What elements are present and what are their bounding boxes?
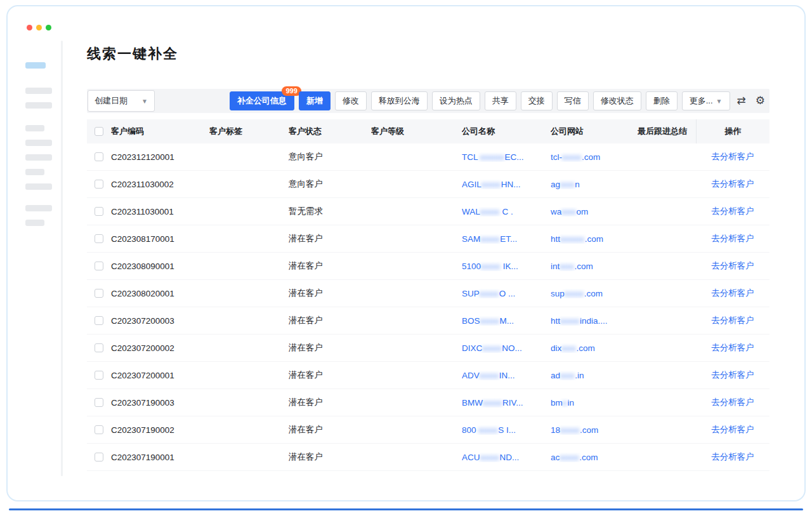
company-name-link[interactable]: TCL xxxxxEC... — [462, 152, 551, 162]
sidebar-placeholder — [25, 220, 44, 226]
column-header-actions: 操作 — [696, 119, 769, 143]
company-website-link[interactable]: acxxxx.com — [551, 453, 638, 462]
customer-code: C202307200001 — [111, 371, 209, 380]
table-row: C202312120001 意向客户 TCL xxxxxEC... tcl-xx… — [87, 143, 769, 171]
company-website-link[interactable]: bmxin — [551, 398, 638, 408]
row-checkbox[interactable] — [95, 234, 103, 243]
company-name-link[interactable]: SUPxxxxO ... — [462, 289, 551, 298]
analyze-customer-link[interactable]: 去分析客户 — [711, 452, 754, 461]
date-filter-dropdown[interactable]: 创建日期 ▼ — [88, 90, 155, 112]
row-checkbox[interactable] — [95, 152, 103, 161]
analyze-customer-link[interactable]: 去分析客户 — [711, 234, 754, 243]
customer-code: C202307200002 — [111, 343, 209, 353]
maximize-window-icon[interactable] — [46, 25, 51, 30]
customer-status: 潜在客户 — [289, 451, 371, 463]
company-website-link[interactable]: intxxx.com — [551, 262, 638, 271]
analyze-customer-link[interactable]: 去分析客户 — [711, 152, 754, 161]
chevron-down-icon: ▼ — [141, 98, 148, 105]
add-new-button[interactable]: 新增 — [299, 91, 331, 110]
company-name-link[interactable]: DIXCxxxxNO... — [462, 343, 551, 353]
company-website-link[interactable]: 18xxxx.com — [551, 425, 638, 435]
sync-button[interactable]: ⇄ — [735, 91, 749, 110]
column-header-followup-summary: 最后跟进总结 — [638, 126, 696, 137]
customer-status: 潜在客户 — [289, 260, 371, 272]
customer-status: 潜在客户 — [289, 288, 371, 299]
company-website-link[interactable]: httxxxxindia.... — [551, 316, 638, 326]
table-row: C202311030002 意向客户 AGILxxxxHN... agxxxn … — [87, 171, 769, 198]
customer-code: C202312120001 — [111, 152, 209, 162]
chevron-down-icon: ▼ — [716, 98, 723, 105]
toolbar-button[interactable]: 交接 — [521, 91, 553, 110]
company-name-link[interactable]: WALxxxx C . — [462, 207, 551, 216]
bottom-accent-bar — [9, 508, 803, 510]
select-all-checkbox[interactable] — [95, 127, 103, 136]
sidebar-placeholder — [25, 88, 52, 94]
toolbar-button[interactable]: 设为热点 — [432, 91, 480, 110]
table-row: C202308090001 潜在客户 5100xxxx IK... intxxx… — [87, 253, 769, 280]
toolbar-button[interactable]: 修改 — [335, 91, 367, 110]
row-checkbox[interactable] — [95, 180, 103, 189]
row-checkbox[interactable] — [95, 371, 103, 380]
company-name-link[interactable]: 800 xxxxS I... — [462, 425, 551, 435]
analyze-customer-link[interactable]: 去分析客户 — [711, 315, 754, 325]
row-checkbox[interactable] — [95, 262, 103, 270]
toolbar-button[interactable]: 共享 — [485, 91, 516, 110]
company-website-link[interactable]: adxxx.in — [551, 371, 638, 380]
analyze-customer-link[interactable]: 去分析客户 — [711, 288, 754, 298]
customer-status: 暂无需求 — [289, 206, 371, 217]
analyze-customer-link[interactable]: 去分析客户 — [711, 206, 754, 216]
company-name-link[interactable]: SAMxxxxET... — [462, 234, 551, 244]
company-website-link[interactable]: tcl-xxxx.com — [551, 152, 638, 162]
company-name-link[interactable]: BOSxxxxM... — [462, 316, 551, 326]
row-checkbox[interactable] — [95, 289, 103, 298]
company-website-link[interactable]: supxxxx.com — [551, 289, 638, 298]
customer-status: 潜在客户 — [289, 342, 371, 354]
toolbar-button[interactable]: 删除 — [646, 91, 678, 110]
analyze-customer-link[interactable]: 去分析客户 — [711, 370, 754, 380]
sync-icon: ⇄ — [737, 95, 746, 107]
row-checkbox[interactable] — [95, 425, 103, 434]
table-body: C202312120001 意向客户 TCL xxxxxEC... tcl-xx… — [87, 143, 769, 471]
analyze-customer-link[interactable]: 去分析客户 — [711, 261, 754, 270]
company-name-link[interactable]: ACUxxxxND... — [462, 453, 551, 462]
sidebar-skeleton — [25, 62, 56, 226]
company-name-link[interactable]: ADVxxxxIN... — [462, 371, 551, 380]
table-row: C202307190003 潜在客户 BMWxxxxRIV... bmxin 去… — [87, 389, 769, 416]
row-checkbox[interactable] — [95, 398, 103, 407]
company-name-link[interactable]: BMWxxxxRIV... — [462, 398, 551, 408]
company-website-link[interactable]: httxxxxx.com — [551, 234, 638, 244]
sidebar-divider — [61, 41, 63, 476]
company-website-link[interactable]: agxxxn — [551, 180, 638, 189]
row-checkbox[interactable] — [95, 207, 103, 216]
customer-status: 潜在客户 — [289, 233, 371, 244]
customer-status: 意向客户 — [289, 178, 371, 190]
customer-status: 潜在客户 — [289, 424, 371, 435]
sidebar-placeholder — [25, 205, 52, 211]
company-name-link[interactable]: 5100xxxx IK... — [462, 262, 551, 271]
analyze-customer-link[interactable]: 去分析客户 — [711, 343, 754, 352]
column-header-customer-level: 客户等级 — [371, 126, 462, 137]
more-button[interactable]: 更多...▼ — [682, 91, 730, 110]
toolbar-button-group: 补全公司信息999新增修改释放到公海设为热点共享交接写信修改状态删除更多...▼… — [230, 91, 769, 110]
column-header-customer-status: 客户状态 — [289, 126, 371, 137]
gear-button[interactable]: ⚙ — [753, 91, 768, 110]
analyze-customer-link[interactable]: 去分析客户 — [711, 425, 754, 434]
toolbar-button[interactable]: 释放到公海 — [371, 91, 428, 110]
table-header: 客户编码 客户标签 客户状态 客户等级 公司名称 公司网站 最后跟进总结 操作 — [87, 119, 769, 143]
analyze-customer-link[interactable]: 去分析客户 — [711, 179, 754, 189]
sidebar-placeholder — [25, 102, 52, 109]
sidebar-placeholder — [25, 125, 44, 131]
row-checkbox[interactable] — [95, 343, 103, 352]
toolbar-button[interactable]: 修改状态 — [593, 91, 641, 110]
company-website-link[interactable]: waxxxom — [551, 207, 638, 216]
analyze-customer-link[interactable]: 去分析客户 — [711, 397, 754, 407]
toolbar-button[interactable]: 写信 — [557, 91, 589, 110]
minimize-window-icon[interactable] — [36, 25, 42, 30]
company-name-link[interactable]: AGILxxxxHN... — [462, 180, 551, 189]
row-checkbox[interactable] — [95, 453, 103, 461]
company-website-link[interactable]: dixxxx.com — [551, 343, 638, 353]
main-content: 线索一键补全 创建日期 ▼ 补全公司信息999新增修改释放到公海设为热点共享交接… — [87, 44, 769, 471]
row-checkbox[interactable] — [95, 316, 103, 325]
close-window-icon[interactable] — [27, 25, 32, 30]
complete-company-info-button[interactable]: 补全公司信息999 — [230, 91, 294, 110]
